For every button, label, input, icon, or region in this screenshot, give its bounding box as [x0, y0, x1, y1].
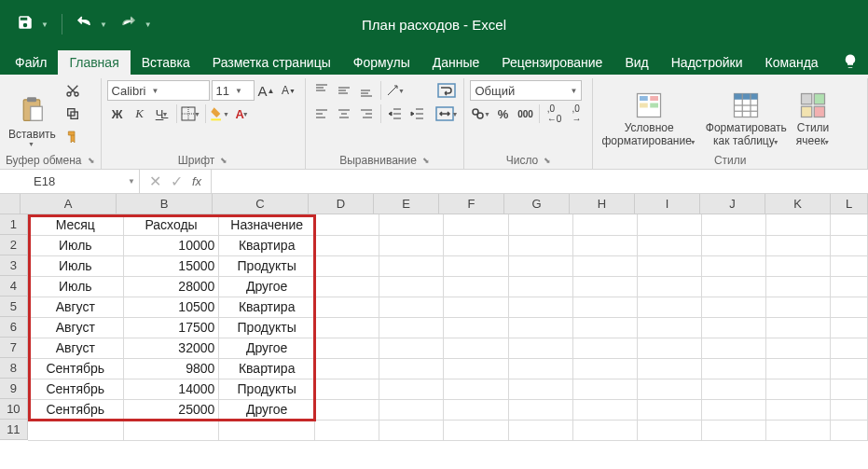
cell-E5[interactable]	[379, 297, 444, 317]
tab-review[interactable]: Рецензирование	[490, 50, 613, 75]
cell-H11[interactable]	[572, 420, 637, 440]
cell-D4[interactable]	[315, 276, 379, 297]
cell-J2[interactable]	[701, 235, 765, 255]
cells-area[interactable]: МесяцРасходыНазначениеИюль10000КвартираИ…	[28, 214, 868, 441]
row-header-8[interactable]: 8	[0, 358, 28, 379]
row-header-2[interactable]: 2	[0, 235, 28, 255]
cell-A1[interactable]: Месяц	[28, 214, 124, 235]
cell-D2[interactable]	[315, 235, 379, 255]
cell-G11[interactable]	[508, 420, 572, 440]
cell-J10[interactable]	[701, 399, 765, 420]
format-painter-icon[interactable]	[62, 127, 83, 147]
cut-icon[interactable]	[62, 80, 83, 101]
cell-I5[interactable]	[637, 297, 701, 317]
tab-file[interactable]: Файл	[4, 50, 58, 75]
number-dialog-launcher[interactable]: ⬊	[544, 156, 551, 165]
cell-B1[interactable]: Расходы	[123, 214, 218, 235]
row-header-4[interactable]: 4	[0, 276, 28, 297]
fill-color-icon[interactable]: ▼	[210, 103, 230, 124]
cell-L1[interactable]	[831, 214, 868, 235]
cell-K10[interactable]	[766, 399, 831, 420]
cell-B8[interactable]: 9800	[123, 358, 218, 379]
cell-D3[interactable]	[315, 255, 379, 276]
cell-K1[interactable]	[766, 214, 831, 235]
cell-A10[interactable]: Сентябрь	[28, 399, 124, 420]
name-box[interactable]: E18▼	[28, 170, 140, 193]
row-header-10[interactable]: 10	[0, 399, 28, 420]
cell-E8[interactable]	[379, 358, 444, 379]
column-header-K[interactable]: K	[765, 194, 831, 214]
tab-addins[interactable]: Надстройки	[660, 50, 754, 75]
merge-center-icon[interactable]: ▼	[435, 103, 459, 124]
cell-G9[interactable]	[508, 379, 572, 399]
cell-B3[interactable]: 15000	[123, 255, 218, 276]
cell-D11[interactable]	[315, 420, 379, 440]
align-top-icon[interactable]	[311, 80, 332, 101]
cell-J4[interactable]	[701, 276, 765, 297]
cell-C11[interactable]	[219, 420, 315, 440]
cell-E4[interactable]	[379, 276, 444, 297]
bold-button[interactable]: Ж	[107, 103, 128, 124]
tab-view[interactable]: Вид	[613, 50, 659, 75]
row-header-3[interactable]: 3	[0, 255, 28, 276]
cell-F1[interactable]	[444, 214, 508, 235]
cell-L7[interactable]	[831, 338, 868, 358]
decrease-decimal-icon[interactable]: ,0→	[566, 103, 586, 124]
cell-K11[interactable]	[766, 420, 831, 440]
cell-J3[interactable]	[701, 255, 765, 276]
cell-C4[interactable]: Другое	[219, 276, 315, 297]
cell-A8[interactable]: Сентябрь	[28, 358, 124, 379]
cell-G2[interactable]	[508, 235, 572, 255]
cell-E11[interactable]	[379, 420, 444, 440]
cell-J9[interactable]	[701, 379, 765, 399]
cell-L8[interactable]	[831, 358, 868, 379]
cell-B11[interactable]	[123, 420, 218, 440]
cell-J5[interactable]	[701, 297, 765, 317]
wrap-text-icon[interactable]	[435, 80, 459, 101]
clipboard-dialog-launcher[interactable]: ⬊	[88, 156, 95, 165]
cell-I8[interactable]	[637, 358, 701, 379]
cell-styles-button[interactable]: Стили ячеек▼	[793, 80, 833, 149]
cell-K7[interactable]	[766, 338, 831, 358]
copy-icon[interactable]	[62, 103, 83, 124]
decrease-font-icon[interactable]: A▼	[279, 80, 299, 101]
cell-H10[interactable]	[572, 399, 637, 420]
cell-K9[interactable]	[766, 379, 831, 399]
cell-G7[interactable]	[508, 338, 572, 358]
increase-font-icon[interactable]: A▲	[256, 80, 277, 101]
tab-formulas[interactable]: Формулы	[342, 50, 421, 75]
tab-page-layout[interactable]: Разметка страницы	[201, 50, 342, 75]
cell-L3[interactable]	[831, 255, 868, 276]
cell-G10[interactable]	[508, 399, 572, 420]
cell-D1[interactable]	[315, 214, 379, 235]
cell-G4[interactable]	[508, 276, 572, 297]
row-header-9[interactable]: 9	[0, 379, 28, 399]
cell-I10[interactable]	[637, 399, 701, 420]
cell-F3[interactable]	[444, 255, 508, 276]
cell-H9[interactable]	[572, 379, 637, 399]
cell-K4[interactable]	[766, 276, 831, 297]
row-headers[interactable]: 1234567891011	[0, 214, 28, 441]
cell-J7[interactable]	[701, 338, 765, 358]
decrease-indent-icon[interactable]	[385, 103, 406, 124]
cell-G1[interactable]	[508, 214, 572, 235]
cell-F11[interactable]	[444, 420, 508, 440]
cell-L9[interactable]	[831, 379, 868, 399]
column-header-L[interactable]: L	[831, 194, 868, 214]
row-header-11[interactable]: 11	[0, 420, 28, 440]
cell-I6[interactable]	[637, 317, 701, 338]
cell-B9[interactable]: 14000	[123, 379, 218, 399]
cell-C5[interactable]: Квартира	[219, 297, 315, 317]
format-as-table-button[interactable]: Форматировать как таблицу▼	[703, 80, 790, 149]
cell-A5[interactable]: Август	[28, 297, 124, 317]
cell-H2[interactable]	[572, 235, 637, 255]
cell-D10[interactable]	[315, 399, 379, 420]
cell-C7[interactable]: Другое	[219, 338, 315, 358]
column-header-B[interactable]: B	[117, 194, 213, 214]
cell-H4[interactable]	[572, 276, 637, 297]
cell-L6[interactable]	[831, 317, 868, 338]
borders-icon[interactable]: ▼	[181, 103, 201, 124]
cell-I2[interactable]	[637, 235, 701, 255]
cell-I3[interactable]	[637, 255, 701, 276]
cell-D7[interactable]	[315, 338, 379, 358]
